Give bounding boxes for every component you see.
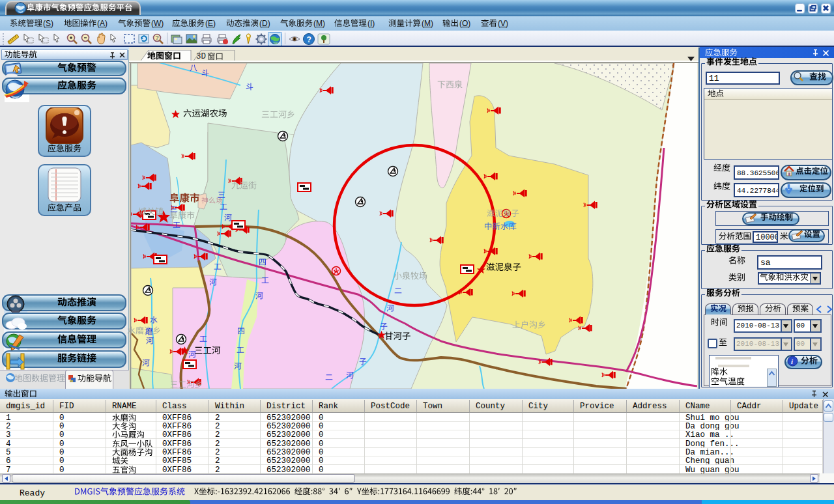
svg-text:?: ? <box>156 35 159 41</box>
svg-text:?: ? <box>307 35 311 44</box>
